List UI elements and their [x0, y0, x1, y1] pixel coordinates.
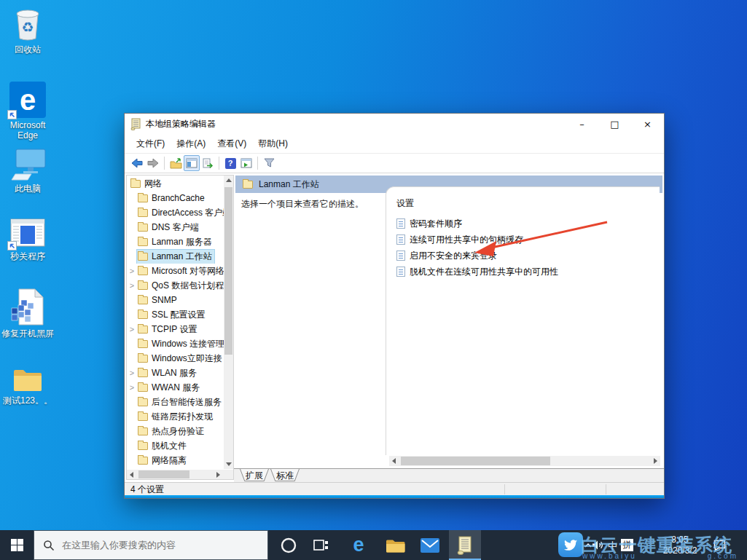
desktop-icon-recycle-bin[interactable]: ♻ 回收站	[0, 4, 55, 55]
tree-item[interactable]: Lanman 服务器	[127, 234, 224, 249]
scroll-left-icon[interactable]	[392, 458, 396, 464]
folder-icon	[138, 413, 148, 421]
scrollbar-thumb[interactable]	[138, 470, 189, 478]
tree-horizontal-scrollbar[interactable]	[127, 470, 223, 479]
desktop-icon-program[interactable]: 秒关程序	[0, 218, 55, 261]
console-tree-toggle-icon[interactable]	[184, 155, 200, 171]
icon-label: 回收站	[0, 44, 55, 55]
menu-action[interactable]: 操作(A)	[171, 138, 211, 150]
help-icon[interactable]: ?	[222, 155, 238, 171]
tree-item[interactable]: BranchCache	[127, 191, 224, 205]
show-properties-icon[interactable]	[238, 155, 254, 171]
ime-pinyin-badge[interactable]: 拼	[621, 539, 633, 551]
tree-item[interactable]: Lanman 工作站	[127, 249, 224, 264]
up-one-level-icon[interactable]	[168, 155, 184, 171]
svg-text:♻: ♻	[21, 20, 34, 35]
scroll-document-icon	[130, 118, 141, 130]
tree-item[interactable]: >QoS 数据包计划程	[127, 278, 224, 293]
tree-item[interactable]: DirectAccess 客户端	[127, 205, 224, 220]
tree-item-label: 链路层拓扑发现	[152, 411, 213, 423]
policy-setting-item[interactable]: 连续可用性共享中的句柄缓存	[396, 232, 660, 248]
filter-icon[interactable]	[261, 155, 277, 171]
minimize-button[interactable]: –	[566, 114, 598, 134]
close-button[interactable]: ×	[631, 114, 664, 134]
policy-icon	[396, 218, 405, 229]
search-input[interactable]	[62, 540, 251, 551]
tree-root-network[interactable]: 网络	[127, 176, 224, 191]
tree-item[interactable]: SNMP	[127, 293, 224, 307]
policy-setting-item[interactable]: 启用不安全的来宾登录	[396, 248, 660, 264]
window-bottom-accent	[125, 495, 664, 498]
action-center-icon[interactable]	[713, 539, 727, 553]
tree-item[interactable]: 链路层拓扑发现	[127, 409, 224, 424]
tree-item[interactable]: >Microsoft 对等网络	[127, 264, 224, 278]
shortcut-arrow-icon	[7, 241, 17, 251]
chevron-right-icon[interactable]: >	[127, 368, 137, 377]
tab-extended[interactable]: 扩展	[240, 469, 269, 481]
tree-item-label: Windows 连接管理	[152, 338, 224, 350]
scrollbar-thumb[interactable]	[401, 457, 550, 465]
group-policy-taskbar-button[interactable]	[449, 530, 481, 560]
tree-item[interactable]: >WWAN 服务	[127, 380, 224, 395]
toolbar: ?	[125, 154, 664, 173]
results-horizontal-scrollbar[interactable]	[389, 456, 660, 466]
tab-standard[interactable]: 标准	[270, 469, 300, 481]
menu-view[interactable]: 查看(V)	[211, 138, 252, 150]
tree-item[interactable]: SSL 配置设置	[127, 307, 224, 322]
back-icon[interactable]	[129, 155, 145, 171]
tree-item[interactable]: Windows立即连接	[127, 351, 224, 366]
chevron-right-icon[interactable]: >	[127, 383, 137, 392]
policy-setting-item[interactable]: 脱机文件在连续可用性共享中的可用性	[396, 264, 660, 280]
twitter-tray-icon[interactable]	[558, 532, 583, 557]
volume-icon[interactable]	[592, 540, 604, 553]
chevron-right-icon[interactable]: >	[127, 267, 137, 275]
scroll-left-icon[interactable]	[130, 472, 133, 478]
ime-language-indicator[interactable]: 中	[608, 540, 617, 553]
scroll-down-icon[interactable]	[226, 462, 232, 466]
tree-item[interactable]: 后台智能传送服务	[127, 395, 224, 409]
folder-icon	[138, 296, 148, 304]
tree-item[interactable]: >WLAN 服务	[127, 366, 224, 380]
menu-bar: 文件(F) 操作(A) 查看(V) 帮助(H)	[125, 134, 664, 154]
menu-file[interactable]: 文件(F)	[130, 138, 171, 150]
folder-icon	[138, 398, 148, 406]
edge-taskbar-button[interactable]: e	[343, 530, 375, 560]
desktop-icon-edge[interactable]: e Microsoft Edge	[0, 82, 55, 141]
file-explorer-button[interactable]	[379, 530, 411, 560]
mail-button[interactable]	[414, 530, 446, 560]
tree-item[interactable]: Windows 连接管理	[127, 336, 224, 351]
task-view-button[interactable]	[305, 530, 337, 560]
cortana-button[interactable]	[273, 530, 305, 560]
taskbar-clock[interactable]: 8:05 2020/3/2	[656, 535, 704, 556]
twitter-bird-icon	[563, 537, 579, 553]
scroll-up-icon[interactable]	[226, 178, 232, 182]
tree-item[interactable]: 热点身份验证	[127, 424, 224, 438]
chevron-right-icon[interactable]: >	[127, 281, 137, 290]
tree-item[interactable]: 脱机文件	[127, 438, 224, 453]
maximize-button[interactable]: □	[598, 114, 631, 134]
tree-item-label: DirectAccess 客户端	[152, 207, 224, 219]
menu-help[interactable]: 帮助(H)	[252, 138, 294, 150]
tray-expand-icon[interactable]	[584, 540, 592, 551]
selected-node-title: Lanman 工作站	[259, 178, 319, 191]
export-list-icon[interactable]	[200, 155, 216, 171]
policy-setting-item[interactable]: 密码套件顺序	[396, 216, 660, 232]
forward-icon[interactable]	[145, 155, 161, 171]
taskbar-search[interactable]	[34, 530, 268, 560]
settings-column-header[interactable]: 设置	[396, 197, 660, 210]
tree-vertical-scrollbar[interactable]	[224, 176, 233, 469]
start-button[interactable]	[0, 530, 34, 560]
desktop-icon-test-folder[interactable]: 测试123。。	[0, 366, 55, 406]
scroll-right-icon[interactable]	[654, 458, 657, 464]
tree-item[interactable]: >TCPIP 设置	[127, 322, 224, 336]
tree-item[interactable]: 网络隔离	[127, 453, 224, 468]
folder-icon	[138, 267, 148, 275]
chevron-right-icon[interactable]: >	[127, 325, 137, 334]
scrollbar-thumb[interactable]	[224, 187, 232, 355]
desktop-icon-registry-fix[interactable]: 修复开机黑屏	[0, 288, 55, 339]
desktop-icon-this-pc[interactable]: 此电脑	[0, 148, 55, 194]
scroll-right-icon[interactable]	[216, 472, 220, 478]
tree-item[interactable]: DNS 客户端	[127, 220, 224, 234]
tree-item-label: Lanman 工作站	[152, 251, 212, 263]
clock-date: 2020/3/2	[656, 545, 704, 556]
